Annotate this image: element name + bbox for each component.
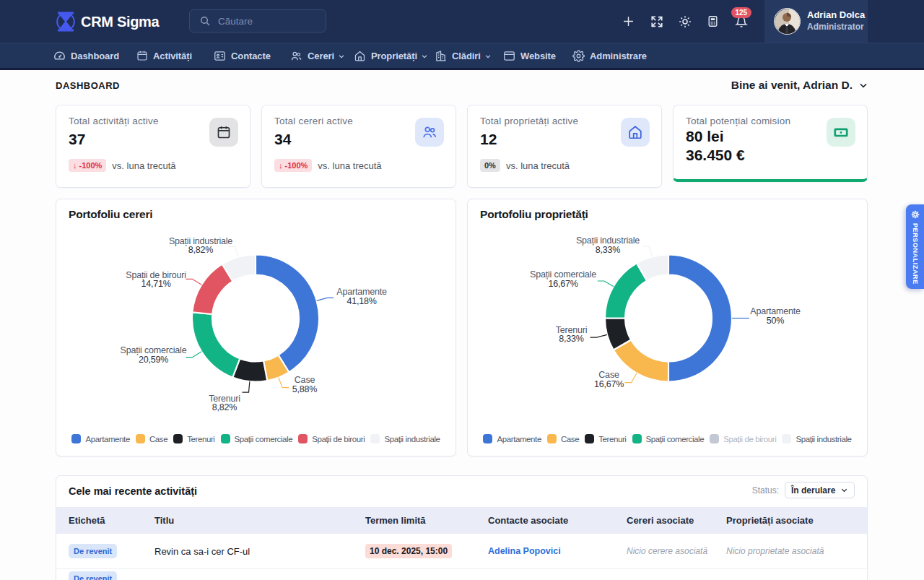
svg-text:5,88%: 5,88% [292,384,318,394]
svg-text:16,67%: 16,67% [594,379,624,389]
svg-text:8,33%: 8,33% [559,334,584,344]
svg-text:41,18%: 41,18% [346,296,376,306]
svg-text:8,82%: 8,82% [188,245,214,255]
svg-text:8,82%: 8,82% [212,402,237,412]
svg-text:16,67%: 16,67% [548,279,578,289]
svg-text:50%: 50% [767,316,785,326]
svg-text:20,59%: 20,59% [139,355,168,365]
svg-text:14,71%: 14,71% [141,279,170,289]
svg-text:8,33%: 8,33% [596,245,621,255]
